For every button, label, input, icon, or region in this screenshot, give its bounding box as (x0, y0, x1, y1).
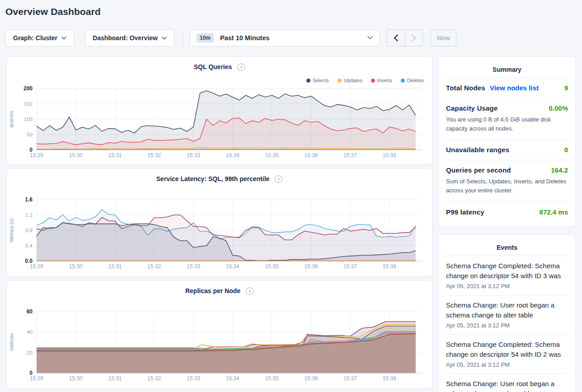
dashboard-select-label: Dashboard: Overview (93, 34, 158, 42)
svg-text:60: 60 (27, 308, 33, 315)
svg-text:200: 200 (23, 85, 33, 92)
svg-text:15:31: 15:31 (108, 375, 122, 382)
chevron-left-icon (394, 34, 398, 42)
chevron-down-icon (61, 37, 66, 40)
legend-label: Deletes (407, 78, 424, 83)
graph-scope-label: Graph: Cluster (13, 34, 57, 42)
time-range-selector[interactable]: 10m Past 10 Minutes (190, 29, 380, 47)
time-forward-button[interactable] (405, 30, 422, 46)
now-button[interactable]: Now (431, 29, 456, 47)
svg-text:15:36: 15:36 (304, 375, 318, 382)
svg-text:50: 50 (27, 132, 33, 137)
capacity-usage-label: Capacity Usage (446, 104, 498, 112)
legend-item-selects[interactable]: Selects (306, 78, 329, 83)
svg-text:15:30: 15:30 (69, 375, 83, 382)
legend-dot-deletes (401, 79, 405, 83)
svg-text:15:29: 15:29 (30, 263, 43, 270)
info-icon[interactable]: i (237, 63, 245, 71)
svg-text:15:33: 15:33 (187, 375, 200, 382)
svg-text:15:37: 15:37 (343, 152, 357, 159)
summary-title: Summary (446, 63, 568, 78)
event-timestamp: Apr 05, 2021 at 3:12 PM (446, 361, 568, 368)
total-nodes-label: Total Nodes (446, 84, 485, 92)
svg-text:15:38: 15:38 (383, 152, 396, 159)
event-message: Schema Change Completed: Schema change o… (446, 261, 568, 281)
queries-per-second-label: Queries per second (446, 166, 511, 174)
svg-text:replicas: replicas (9, 333, 14, 351)
svg-text:15:34: 15:34 (226, 375, 239, 382)
dashboard-select-dropdown[interactable]: Dashboard: Overview (85, 29, 174, 47)
svg-text:15:34: 15:34 (226, 263, 239, 270)
time-range-label: Past 10 Minutes (220, 34, 367, 42)
svg-text:15:30: 15:30 (69, 263, 83, 270)
svg-text:15:36: 15:36 (304, 263, 318, 270)
event-list-item: Schema Change Completed: Schema change o… (446, 334, 568, 373)
event-list-item: Schema Change: User root began a schema … (446, 295, 568, 334)
time-step-buttons (387, 29, 423, 47)
legend-dot-selects (306, 79, 310, 83)
event-timestamp: Apr 05, 2021 at 3:12 PM (446, 322, 568, 329)
svg-text:15:33: 15:33 (187, 152, 200, 159)
summary-row-queries-per-second: Queries per second 164.2 Sum of Selects,… (446, 160, 568, 201)
capacity-usage-value: 0.00% (549, 104, 568, 112)
unavailable-ranges-value: 0 (564, 146, 568, 154)
chart-title-row: Replicas per Node i (7, 287, 432, 295)
queries-per-second-value: 164.2 (551, 166, 568, 174)
svg-text:1.6: 1.6 (25, 196, 33, 203)
svg-text:15:38: 15:38 (383, 375, 396, 382)
sql-queries-legend: Selects Updates Inserts Deletes (306, 78, 424, 83)
legend-item-inserts[interactable]: Inserts (371, 78, 392, 83)
main-content: SQL Queries i Selects Updates Inserts De… (0, 56, 582, 392)
svg-text:15:31: 15:31 (108, 152, 122, 159)
legend-item-updates[interactable]: Updates (338, 78, 362, 83)
page-title: Overview Dashboard (0, 0, 582, 17)
replicas-per-node-panel: Replicas per Node i 020406015:2915:3015:… (6, 280, 432, 389)
sidebar: Summary Total Nodes View nodes list 9 Ca… (438, 56, 576, 392)
chart-title-row: Service Latency: SQL, 99th percentile i (7, 175, 432, 183)
svg-text:1.2: 1.2 (25, 212, 33, 218)
info-icon[interactable]: i (246, 287, 253, 295)
svg-text:40: 40 (27, 329, 33, 335)
toolbar-divider (183, 29, 183, 47)
svg-text:20: 20 (27, 350, 33, 355)
time-back-button[interactable] (387, 30, 405, 46)
svg-text:15:38: 15:38 (383, 263, 396, 270)
svg-text:100: 100 (24, 117, 33, 122)
legend-item-deletes[interactable]: Deletes (401, 78, 424, 83)
legend-label: Inserts (377, 78, 392, 83)
sql-queries-panel: SQL Queries i Selects Updates Inserts De… (6, 56, 432, 165)
p99-latency-label: P99 latency (446, 208, 484, 216)
svg-text:0.4: 0.4 (25, 243, 33, 248)
svg-text:15:35: 15:35 (265, 375, 279, 382)
sql-queries-title: SQL Queries (194, 63, 232, 70)
sql-queries-chart[interactable]: 05010015020015:2915:3015:3115:3215:3315:… (7, 85, 432, 159)
chart-title-row: SQL Queries i (7, 63, 432, 71)
summary-row-p99-latency: P99 latency 872.4 ms (446, 202, 568, 222)
queries-per-second-description: Sum of Selects, Updates, Inserts, and De… (446, 177, 568, 195)
graph-scope-dropdown[interactable]: Graph: Cluster (5, 29, 74, 47)
legend-label: Updates (344, 78, 362, 83)
view-nodes-list-link[interactable]: View nodes list (490, 84, 539, 92)
event-list-item: Schema Change Completed: Schema change o… (446, 256, 568, 295)
info-icon[interactable]: i (275, 175, 282, 183)
svg-text:15:36: 15:36 (304, 152, 318, 159)
svg-text:queries: queries (9, 111, 14, 128)
service-latency-chart[interactable]: 0.00.40.81.21.615:2915:3015:3115:3215:33… (7, 196, 432, 270)
svg-text:15:32: 15:32 (147, 263, 161, 270)
replicas-per-node-chart[interactable]: 020406015:2915:3015:3115:3215:3315:3415:… (7, 308, 432, 382)
event-list-item: Schema Change: User root began a schema … (446, 373, 568, 392)
legend-dot-updates (338, 79, 342, 83)
svg-text:0.8: 0.8 (25, 228, 33, 233)
replicas-per-node-title: Replicas per Node (185, 287, 240, 294)
svg-text:15:37: 15:37 (343, 263, 357, 270)
events-title: Events (446, 241, 568, 256)
svg-text:150: 150 (24, 101, 33, 107)
chevron-right-icon (412, 34, 416, 42)
event-message: Schema Change: User root began a schema … (446, 300, 568, 321)
svg-text:15:32: 15:32 (147, 375, 161, 382)
service-latency-title: Service Latency: SQL, 99th percentile (156, 175, 270, 182)
event-timestamp: Apr 05, 2021 at 3:12 PM (446, 283, 568, 289)
event-message: Schema Change Completed: Schema change o… (446, 340, 568, 360)
dashboard-toolbar: Graph: Cluster Dashboard: Overview 10m P… (5, 29, 577, 47)
events-panel: Events Schema Change Completed: Schema c… (438, 234, 576, 392)
